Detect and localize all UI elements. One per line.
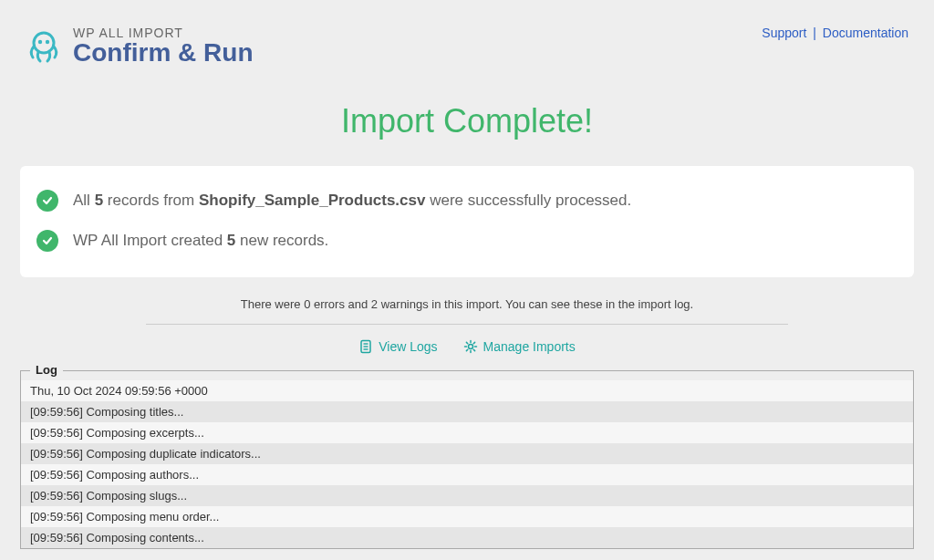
- manage-imports-button[interactable]: Manage Imports: [463, 339, 576, 354]
- page-title: Confirm & Run: [73, 38, 254, 67]
- octopus-logo-icon: [26, 28, 62, 65]
- meta-text: There were 0 errors and 2 warnings in th…: [0, 297, 934, 311]
- summary-row-records: All 5 records from Shopify_Sample_Produc…: [36, 190, 898, 212]
- documentation-link[interactable]: Documentation: [823, 26, 908, 40]
- brand: WP ALL IMPORT Confirm & Run: [26, 26, 254, 67]
- summary-card: All 5 records from Shopify_Sample_Produc…: [20, 166, 914, 277]
- log-row: [09:59:56] Composing excerpts...: [21, 422, 913, 443]
- svg-point-2: [46, 40, 49, 44]
- log-row: [09:59:56] Composing menu order...: [21, 506, 913, 527]
- support-link[interactable]: Support: [762, 26, 806, 40]
- log-entries: Thu, 10 Oct 2024 09:59:56 +0000 [09:59:5…: [21, 380, 913, 548]
- view-logs-button[interactable]: View Logs: [358, 339, 437, 354]
- svg-point-0: [34, 33, 54, 53]
- log-row: [09:59:56] Composing slugs...: [21, 485, 913, 506]
- summary-row-created: WP All Import created 5 new records.: [36, 230, 898, 252]
- log-row: [09:59:56] Composing authors...: [21, 464, 913, 485]
- summary-text-records: All 5 records from Shopify_Sample_Produc…: [73, 192, 631, 210]
- log-panel: Log Thu, 10 Oct 2024 09:59:56 +0000 [09:…: [20, 370, 914, 549]
- action-links: View Logs Manage Imports: [0, 339, 934, 354]
- summary-text-created: WP All Import created 5 new records.: [73, 232, 328, 250]
- log-row: Thu, 10 Oct 2024 09:59:56 +0000: [21, 380, 913, 401]
- log-row: [09:59:56] Composing duplicate indicator…: [21, 443, 913, 464]
- divider: [146, 324, 788, 325]
- svg-point-1: [38, 40, 42, 44]
- check-icon: [36, 190, 58, 212]
- log-row: [09:59:56] Composing contents...: [21, 527, 913, 548]
- svg-point-7: [468, 345, 472, 349]
- log-row: [09:59:56] Composing titles...: [21, 401, 913, 422]
- document-icon: [358, 339, 373, 354]
- log-label: Log: [30, 363, 63, 377]
- check-icon: [36, 230, 58, 252]
- complete-title: Import Complete!: [0, 102, 934, 140]
- view-logs-label: View Logs: [379, 339, 437, 354]
- link-separator: |: [813, 26, 816, 40]
- header-links: Support | Documentation: [762, 26, 908, 40]
- manage-imports-label: Manage Imports: [483, 339, 576, 354]
- gear-icon: [463, 339, 478, 354]
